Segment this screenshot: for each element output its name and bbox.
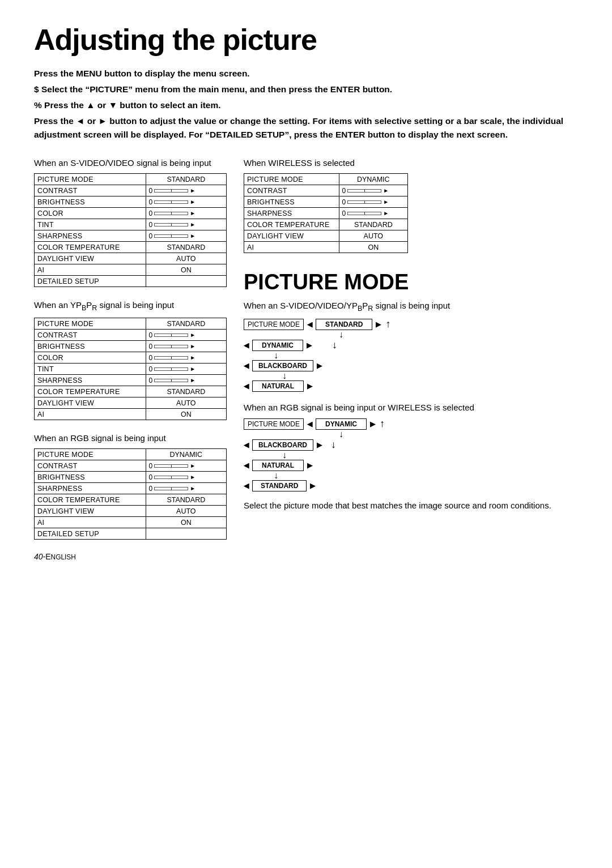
svideo-flow-label: When an S-VIDEO/VIDEO/YPBPR signal is be… [244, 300, 578, 314]
table-row: DETAILED SETUP [35, 528, 227, 540]
table-row: SHARPNESS 0► [35, 483, 227, 494]
down-arrow-2: ↓ [274, 351, 278, 360]
rgb-flow-label: When an RGB signal is being input or WIR… [244, 402, 578, 413]
table-row: PICTURE MODE DYNAMIC [244, 174, 408, 185]
rgb-flow-row-1: PICTURE MODE ◀ DYNAMIC ▶ ↑ [244, 418, 385, 430]
rgb-label: When an RGB signal is being input [34, 433, 227, 444]
table-row: DAYLIGHT VIEW AUTO [35, 397, 227, 409]
intro-line2: Select the “PICTURE” menu from the main … [34, 83, 578, 96]
flow-row-2: ◀ DYNAMIC ▶ ↓ [244, 339, 337, 351]
table-row: DAYLIGHT VIEW AUTO [244, 230, 408, 242]
rgb-flow-row-2: ◀ BLACKBOARD ▶ ↓ [244, 439, 336, 451]
table-row: AI ON [35, 409, 227, 420]
footer-page: 40-ENGLISH [34, 552, 227, 561]
table-row: BRIGHTNESS 0► [244, 196, 408, 208]
table-row: CONTRAST 0► [35, 330, 227, 341]
table-row: CONTRAST 0► [35, 460, 227, 472]
table-row: BRIGHTNESS 0► [35, 472, 227, 483]
rgb-flow-row-3: ◀ NATURAL ▶ [244, 460, 312, 471]
table-row: DAYLIGHT VIEW AUTO [35, 253, 227, 264]
flow-row-1: PICTURE MODE ◀ STANDARD ▶ ↑ [244, 318, 390, 330]
table-row: SHARPNESS 0► [244, 208, 408, 219]
svideo-label: When an S-VIDEO/VIDEO signal is being in… [34, 157, 227, 169]
down-arrow-3: ↓ [282, 371, 287, 380]
wireless-table: PICTURE MODE DYNAMIC CONTRAST 0► BRIGHTN… [244, 173, 408, 253]
table-row: COLOR 0► [35, 352, 227, 364]
table-row: COLOR TEMPERATURE STANDARD [244, 219, 408, 230]
table-row: COLOR TEMPERATURE STANDARD [35, 494, 227, 506]
table-row: AI ON [35, 264, 227, 276]
picture-mode-section: PICTURE MODE When an S-VIDEO/VIDEO/YPBPR… [244, 270, 578, 512]
right-column: When WIRELESS is selected PICTURE MODE D… [244, 157, 578, 561]
table-row: SHARPNESS 0► [35, 375, 227, 386]
rgb-flow-box-natural: NATURAL [252, 460, 304, 471]
table-row: PICTURE MODE STANDARD [35, 318, 227, 330]
table-row: DETAILED SETUP [35, 276, 227, 287]
rgb-down-arrow-2: ↓ [282, 451, 287, 460]
intro-line3: Press the ▲ or ▼ button to select an ite… [34, 99, 578, 112]
picture-mode-title: PICTURE MODE [244, 270, 578, 294]
flow-box-standard: STANDARD [316, 319, 372, 330]
flow-row-4: ◀ NATURAL ▶ [244, 380, 312, 392]
table-row: BRIGHTNESS 0► [35, 341, 227, 352]
rgb-flow-box-blackboard: BLACKBOARD [252, 439, 313, 451]
intro-section: Press the MENU button to display the men… [34, 67, 578, 142]
rgb-flow-box-dynamic: DYNAMIC [316, 418, 367, 430]
table-row: SHARPNESS 0► [35, 230, 227, 242]
back-arrow-1: ↑ [385, 318, 390, 330]
table-row: CONTRAST 0► [35, 185, 227, 196]
rgb-flow-label-picmode: PICTURE MODE [244, 418, 304, 430]
flow-label-picmode: PICTURE MODE [244, 319, 304, 330]
svideo-flow-diagram: PICTURE MODE ◀ STANDARD ▶ ↑ ↓ ◀ DYNAMIC … [244, 318, 578, 392]
rgb-back-arrow-2: ↓ [331, 439, 336, 451]
table-row: COLOR TEMPERATURE STANDARD [35, 386, 227, 397]
ypbpr-table: PICTURE MODE STANDARD CONTRAST 0► BRIGHT… [34, 318, 227, 420]
intro-line1: Press the MENU button to display the men… [34, 67, 578, 80]
table-row: COLOR 0► [35, 208, 227, 219]
rgb-back-arrow-1: ↑ [380, 418, 385, 430]
table-row: COLOR TEMPERATURE STANDARD [35, 242, 227, 253]
table-row: AI ON [244, 242, 408, 253]
rgb-flow-box-standard: STANDARD [252, 480, 307, 491]
ypbpr-label: When an YPBPR signal is being input [34, 300, 227, 313]
rgb-down-arrow-1: ↓ [339, 430, 343, 439]
main-columns: When an S-VIDEO/VIDEO signal is being in… [34, 157, 578, 561]
left-column: When an S-VIDEO/VIDEO signal is being in… [34, 157, 227, 561]
rgb-down-arrow-3: ↓ [274, 471, 278, 480]
intro-line4: Press the ◄ or ► button to adjust the va… [34, 114, 578, 142]
wireless-label: When WIRELESS is selected [244, 157, 578, 169]
table-row: PICTURE MODE DYNAMIC [35, 449, 227, 460]
down-arrow-1: ↓ [339, 330, 343, 339]
rgb-flow-diagram: PICTURE MODE ◀ DYNAMIC ▶ ↑ ↓ ◀ BLACKBOAR… [244, 418, 578, 491]
flow-row-3: ◀ BLACKBOARD ▶ [244, 360, 322, 371]
table-row: BRIGHTNESS 0► [35, 196, 227, 208]
svideo-table: PICTURE MODE STANDARD CONTRAST 0► BRIGHT… [34, 173, 227, 287]
table-row: PICTURE MODE STANDARD [35, 174, 227, 185]
bottom-text: Select the picture mode that best matche… [244, 499, 578, 512]
table-row: CONTRAST 0► [244, 185, 408, 196]
flow-box-blackboard: BLACKBOARD [252, 360, 313, 371]
back-arrow-2: ↓ [332, 339, 337, 351]
table-row: AI ON [35, 517, 227, 528]
table-row: DAYLIGHT VIEW AUTO [35, 506, 227, 517]
page-title: Adjusting the picture [34, 23, 578, 57]
table-row: TINT 0► [35, 219, 227, 230]
flow-box-natural: NATURAL [252, 380, 304, 392]
rgb-flow-row-4: ◀ STANDARD ▶ [244, 480, 315, 491]
flow-box-dynamic: DYNAMIC [252, 340, 303, 351]
rgb-table: PICTURE MODE DYNAMIC CONTRAST 0► BRIGHTN… [34, 448, 227, 540]
table-row: TINT 0► [35, 364, 227, 375]
